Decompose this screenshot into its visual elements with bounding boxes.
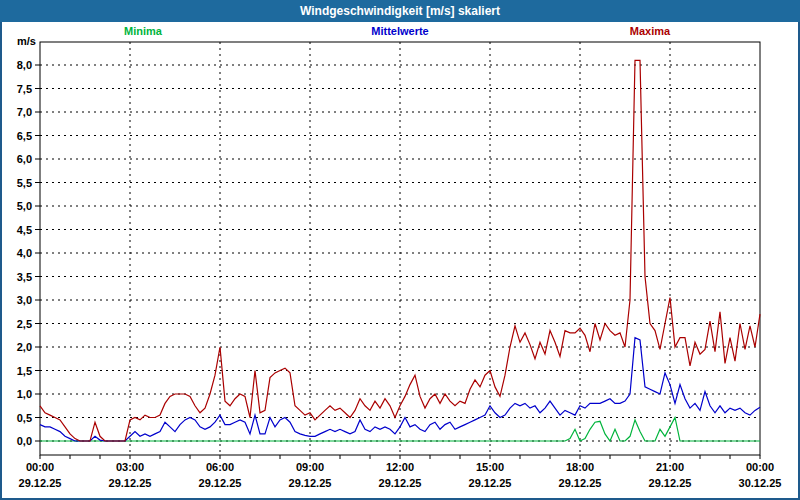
- series-maxima: [40, 60, 760, 441]
- y-tick-label: 8,0: [17, 59, 32, 71]
- x-tick-time: 15:00: [476, 461, 504, 473]
- chart-canvas: 0,00,51,01,52,02,53,03,54,04,55,05,56,06…: [0, 0, 800, 500]
- y-tick-label: 5,0: [17, 200, 32, 212]
- y-tick-label: 1,0: [17, 388, 32, 400]
- y-tick-label: 5,5: [17, 177, 32, 189]
- y-tick-label: 1,5: [17, 365, 32, 377]
- x-tick-time: 21:00: [656, 461, 684, 473]
- x-tick-date: 29.12.25: [559, 477, 602, 489]
- y-tick-label: 6,0: [17, 153, 32, 165]
- x-tick-date: 29.12.25: [469, 477, 512, 489]
- x-tick-time: 12:00: [386, 461, 414, 473]
- y-tick-label: 0,0: [17, 435, 32, 447]
- x-tick-date: 29.12.25: [289, 477, 332, 489]
- x-tick-time: 18:00: [566, 461, 594, 473]
- y-tick-label: 7,0: [17, 106, 32, 118]
- y-tick-label: 0,5: [17, 412, 32, 424]
- y-tick-label: 3,0: [17, 294, 32, 306]
- y-tick-label: 7,5: [17, 83, 32, 95]
- y-tick-label: 4,0: [17, 247, 32, 259]
- y-tick-label: 2,0: [17, 341, 32, 353]
- series-mittelwerte: [40, 338, 760, 441]
- x-tick-date: 29.12.25: [379, 477, 422, 489]
- x-tick-date: 30.12.25: [739, 477, 782, 489]
- x-tick-time: 00:00: [746, 461, 774, 473]
- x-tick-date: 29.12.25: [109, 477, 152, 489]
- x-tick-date: 29.12.25: [19, 477, 62, 489]
- y-tick-label: 4,5: [17, 224, 32, 236]
- x-tick-time: 03:00: [116, 461, 144, 473]
- x-tick-date: 29.12.25: [649, 477, 692, 489]
- x-tick-time: 09:00: [296, 461, 324, 473]
- chart-window: Windgeschwindigkeit [m/s] skaliert Minim…: [0, 0, 800, 500]
- x-tick-time: 00:00: [26, 461, 54, 473]
- y-tick-label: 2,5: [17, 318, 32, 330]
- window-title: Windgeschwindigkeit [m/s] skaliert: [0, 0, 800, 22]
- y-tick-label: 3,5: [17, 271, 32, 283]
- x-tick-date: 29.12.25: [199, 477, 242, 489]
- y-tick-label: 6,5: [17, 130, 32, 142]
- x-tick-time: 06:00: [206, 461, 234, 473]
